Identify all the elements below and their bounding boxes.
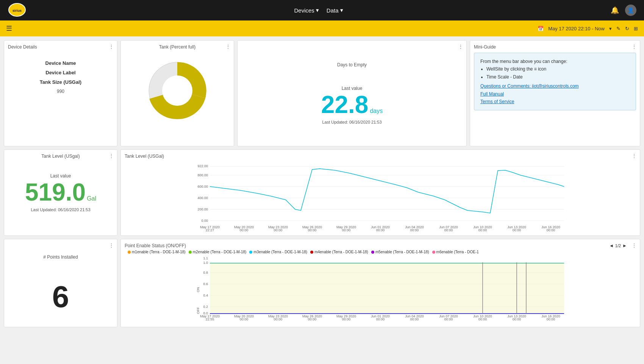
legend-item-5: m5enable (Terra - DOE-1-M-18) [371,250,429,254]
days-last-updated: Last Updated: 06/16/2020 21:53 [321,120,383,124]
svg-text:00:00: 00:00 [240,317,249,321]
legend-dot-4 [310,251,313,254]
days-to-empty-panel: Days to Empty ⋮ Last value 22.8 days Las… [237,40,467,146]
legend-item-2: m2enable (Terra - DOE-1-M-18) [189,250,247,254]
svg-text:sirius: sirius [13,9,22,13]
points-installed-title: # Points Installed [43,254,78,260]
navbar-right: 🔔 👤 [611,5,636,16]
svg-text:00:00: 00:00 [308,317,317,321]
tank-size-label: Tank Size (USGal) [12,79,109,85]
point-enable-title: Point Enable Status (ON/OFF) [125,243,186,248]
days-last-value-label: Last value [321,86,383,91]
svg-text:00:00: 00:00 [342,228,351,232]
device-details-menu[interactable]: ⋮ [109,44,114,50]
days-value: 22.8 [321,93,369,117]
mini-guide-link-1[interactable]: Questions or Comments: iiot@siriuscontro… [480,83,579,89]
tank-level-chart-panel: Tank Level (USGal) ⋮ 922.00 800.00 600.0… [120,149,640,236]
days-to-empty-menu[interactable]: ⋮ [458,44,463,50]
point-enable-menu[interactable]: ⋮ [631,242,637,248]
svg-text:00:00: 00:00 [376,228,385,232]
mini-guide-intro: From the menu bar above you can change: [480,58,630,65]
svg-text:00:00: 00:00 [547,317,555,321]
navbar-data[interactable]: Data ▾ [327,7,343,14]
avatar[interactable]: 👤 [625,5,636,16]
point-enable-chart-svg: 1.1 1.0 0.8 0.6 0.4 0.2 0.0 ON OFF [125,256,636,322]
svg-text:400.00: 400.00 [197,196,208,200]
tank-percent-panel: Tank (Percent full) ⋮ 52.4% [120,40,234,146]
svg-text:00:00: 00:00 [478,228,487,232]
svg-text:22:27: 22:27 [206,228,214,232]
svg-text:00:00: 00:00 [513,228,521,232]
legend-bar: m1enable (Terra - DOE-1-M-18) m2enable (… [125,248,636,256]
legend-label-4: m4enable (Terra - DOE-1-M-18) [314,250,368,254]
page-indicator: 1/2 [615,243,621,248]
device-label-label: Device Label [12,70,109,75]
svg-text:00:00: 00:00 [274,228,283,232]
legend-label-5: m5enable (Terra - DOE-1-M-18) [375,250,429,254]
device-info: Device Name Device Label Tank Size (USGa… [8,53,113,102]
data-label: Data [327,7,339,14]
grid-icon[interactable]: ⊞ [634,26,638,31]
avatar-icon: 👤 [627,7,634,13]
tank-level-menu[interactable]: ⋮ [109,153,114,159]
dropdown-arrow[interactable]: ▾ [609,26,612,31]
refresh-icon[interactable]: ↻ [625,26,629,31]
bell-icon[interactable]: 🔔 [611,6,619,14]
mini-guide-item-1: WellSite by clicking the ≡ icon [486,65,630,73]
days-unit: days [370,108,383,115]
next-page-icon[interactable]: ► [622,243,627,248]
device-details-panel: Device Details ⋮ Device Name Device Labe… [4,40,117,146]
panel-row-1: Device Details ⋮ Device Name Device Labe… [4,40,640,146]
svg-text:00:00: 00:00 [444,317,453,321]
svg-text:1.0: 1.0 [203,261,208,265]
datetime-label: May 17 2020 22:10 - Now [548,26,605,31]
mini-guide-item-2: Time Scale - Date [486,73,630,81]
donut-chart: 52.4% [143,56,211,125]
tank-level-chart-title: Tank Level (USGal) [125,154,636,159]
mini-guide-menu[interactable]: ⋮ [631,44,637,50]
toolbar: ☰ 📅 May 17 2020 22:10 - Now ▾ ✎ ↻ ⊞ [0,20,644,36]
svg-text:00:00: 00:00 [513,317,521,321]
mini-guide-link-2[interactable]: Full Manual [480,91,504,97]
tank-last-updated: Last Updated: 06/16/2020 21:53 [25,207,96,212]
svg-text:52.4%: 52.4% [167,87,188,95]
svg-text:00:00: 00:00 [240,228,249,232]
tank-value: 519.0 [25,180,86,204]
svg-text:00:00: 00:00 [410,228,419,232]
tank-percent-menu[interactable]: ⋮ [225,44,231,50]
svg-text:0.00: 0.00 [201,219,208,223]
svg-text:00:00: 00:00 [547,228,555,232]
svg-rect-54 [210,263,564,314]
svg-text:ON: ON [196,287,200,292]
main-content: Device Details ⋮ Device Name Device Labe… [0,36,644,334]
tank-size-value: 990 [12,89,109,94]
prev-page-icon[interactable]: ◄ [609,243,614,248]
edit-icon[interactable]: ✎ [616,26,621,31]
svg-text:0.4: 0.4 [203,293,208,297]
points-installed-panel: # Points Installed ⋮ 6 [4,239,117,327]
point-enable-panel: Point Enable Status (ON/OFF) ◄ 1/2 ► ⋮ m… [120,239,640,327]
navbar-logo[interactable]: sirius [8,2,27,19]
mini-guide-link-3[interactable]: Terms of Service [480,99,514,104]
device-details-title: Device Details [8,44,113,50]
tank-level-panel: Tank Level (USgal) ⋮ Last value 519.0 Ga… [4,149,117,236]
mini-guide-panel: Mini-Guide ⋮ From the menu bar above you… [470,40,640,146]
svg-text:22:55: 22:55 [206,317,214,321]
svg-text:200.00: 200.00 [197,207,208,211]
legend-item-3: m3enable (Terra - DOE-1-M-18) [249,250,307,254]
svg-text:0.8: 0.8 [203,271,208,275]
legend-label-6: m6enable (Terra - DOE-1 [436,250,479,254]
svg-text:600.00: 600.00 [197,185,208,188]
tank-level-chart-menu[interactable]: ⋮ [631,153,637,159]
navbar-devices[interactable]: Devices ▾ [294,7,319,14]
legend-item-1: m1enable (Terra - DOE-1-M-18) [128,250,186,254]
svg-text:00:00: 00:00 [410,317,419,321]
legend-dot-6 [432,251,435,254]
svg-text:OFF: OFF [196,307,200,314]
hamburger-icon[interactable]: ☰ [6,24,12,33]
legend-dot-5 [371,251,374,254]
devices-label: Devices [294,7,314,14]
points-installed-menu[interactable]: ⋮ [109,242,114,248]
legend-label-1: m1enable (Terra - DOE-1-M-18) [132,250,186,254]
svg-text:0.6: 0.6 [203,282,208,286]
